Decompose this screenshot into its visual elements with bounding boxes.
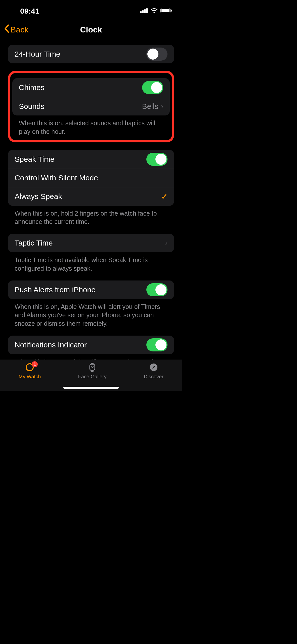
settings-content[interactable]: 24-Hour Time Chimes Sounds Bells ›	[0, 45, 182, 375]
svg-rect-1	[142, 10, 144, 13]
watch-face-icon	[89, 363, 96, 373]
tab-my-watch[interactable]: 1 My Watch	[19, 363, 41, 380]
nav-bar: Back Clock	[0, 22, 182, 37]
row-notifications-indicator[interactable]: Notifications Indicator	[8, 336, 174, 354]
tab-face-gallery[interactable]: Face Gallery	[78, 363, 106, 380]
label: Always Speak	[15, 192, 62, 201]
back-label: Back	[11, 25, 28, 34]
label: Taptic Time	[15, 239, 53, 247]
annotation-highlight-box: Chimes Sounds Bells › When this is on, s…	[8, 71, 174, 142]
svg-rect-12	[91, 371, 94, 372]
chevron-right-icon: ›	[165, 239, 167, 247]
tab-label: My Watch	[19, 374, 41, 380]
group-footer: When this is on, hold 2 fingers on the w…	[8, 206, 174, 226]
toggle-notifications-indicator[interactable]	[146, 338, 167, 351]
svg-rect-7	[171, 10, 172, 12]
value: Bells	[142, 102, 158, 111]
group-footer: Taptic Time is not available when Speak …	[8, 252, 174, 273]
group-footer: When this is on, selected sounds and hap…	[12, 115, 170, 136]
group-push-alerts: Push Alerts from iPhone When this is on,…	[8, 280, 174, 328]
row-control-silent-mode[interactable]: Control With Silent Mode	[8, 169, 174, 187]
row-speak-time[interactable]: Speak Time	[8, 150, 174, 169]
checkmark-icon: ✓	[161, 192, 167, 201]
group-24hour: 24-Hour Time	[8, 45, 174, 63]
svg-rect-11	[91, 363, 94, 364]
svg-rect-3	[146, 8, 148, 13]
group-speak-time: Speak Time Control With Silent Mode Alwa…	[8, 150, 174, 226]
home-indicator[interactable]	[63, 387, 119, 389]
row-always-speak[interactable]: Always Speak ✓	[8, 187, 174, 206]
group-taptic-time: Taptic Time › Taptic Time is not availab…	[8, 234, 174, 273]
svg-point-4	[153, 12, 155, 13]
label: Speak Time	[15, 155, 54, 164]
back-button[interactable]: Back	[4, 24, 28, 35]
cellular-icon	[140, 8, 148, 14]
svg-rect-6	[161, 9, 169, 12]
toggle-24hour[interactable]	[146, 48, 167, 61]
toggle-push-alerts[interactable]	[146, 283, 167, 296]
toggle-chimes[interactable]	[142, 81, 163, 94]
label: Control With Silent Mode	[15, 174, 98, 182]
label: Sounds	[19, 102, 45, 111]
svg-rect-0	[140, 11, 142, 13]
row-taptic-time[interactable]: Taptic Time ›	[8, 234, 174, 252]
label: Notifications Indicator	[15, 341, 87, 349]
row-24hour-time[interactable]: 24-Hour Time	[8, 45, 174, 63]
svg-rect-9	[29, 363, 31, 364]
wifi-icon	[150, 8, 158, 14]
label: Push Alerts from iPhone	[15, 286, 96, 294]
chevron-right-icon: ›	[161, 102, 163, 110]
tab-label: Discover	[144, 374, 163, 380]
toggle-speak-time[interactable]	[146, 153, 167, 166]
status-icons	[140, 8, 172, 14]
label: Chimes	[19, 83, 45, 92]
compass-icon	[149, 363, 158, 373]
row-chimes[interactable]: Chimes	[12, 78, 170, 97]
group-footer: When this is on, Apple Watch will alert …	[8, 299, 174, 328]
status-bar: 09:41	[0, 0, 182, 22]
row-push-alerts[interactable]: Push Alerts from iPhone	[8, 280, 174, 299]
battery-icon	[160, 8, 172, 14]
watch-app-clock-settings: 09:41 Back Clock 24-Hour	[0, 0, 182, 391]
svg-rect-2	[144, 9, 146, 13]
tab-label: Face Gallery	[78, 374, 106, 380]
tab-badge: 1	[32, 361, 38, 367]
row-sounds[interactable]: Sounds Bells ›	[12, 97, 170, 115]
tab-discover[interactable]: Discover	[144, 363, 163, 380]
chevron-left-icon	[4, 24, 10, 35]
label: 24-Hour Time	[15, 50, 60, 58]
status-time: 09:41	[20, 7, 39, 15]
